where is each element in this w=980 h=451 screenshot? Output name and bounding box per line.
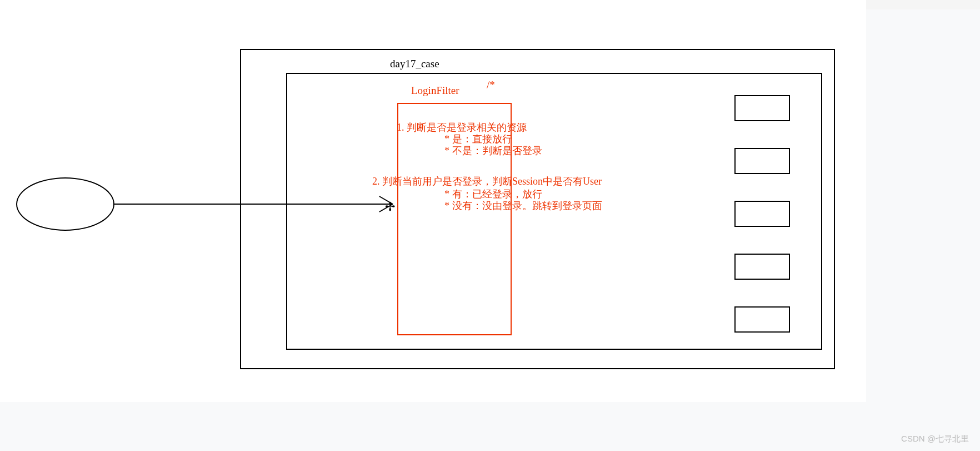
- filter-url-pattern: /*: [487, 79, 495, 91]
- step1-yes: * 是：直接放行: [444, 133, 512, 145]
- step1-no: * 不是：判断是否登录: [444, 145, 542, 157]
- resource-box-column: [734, 95, 790, 359]
- resource-box: [734, 95, 790, 121]
- diagram-canvas: ✢ day17_case LoginFilter /* 1. 判断是否是登录相关…: [0, 0, 866, 402]
- step2-no: * 没有：没由登录。跳转到登录页面: [444, 200, 602, 212]
- filter-title: LoginFilter: [411, 85, 459, 97]
- server-title: day17_case: [390, 58, 439, 70]
- resource-box: [734, 148, 790, 174]
- step2-header: 2. 判断当前用户是否登录，判断Session中是否有User: [372, 176, 602, 187]
- resource-box: [734, 254, 790, 280]
- step1-header: 1. 判断是否是登录相关的资源: [397, 122, 527, 133]
- step2-yes: * 有：已经登录，放行: [444, 189, 542, 200]
- csdn-watermark: CSDN @七寻北里: [901, 434, 969, 444]
- resource-box: [734, 201, 790, 227]
- resource-box: [734, 306, 790, 333]
- client-ellipse: [16, 177, 114, 231]
